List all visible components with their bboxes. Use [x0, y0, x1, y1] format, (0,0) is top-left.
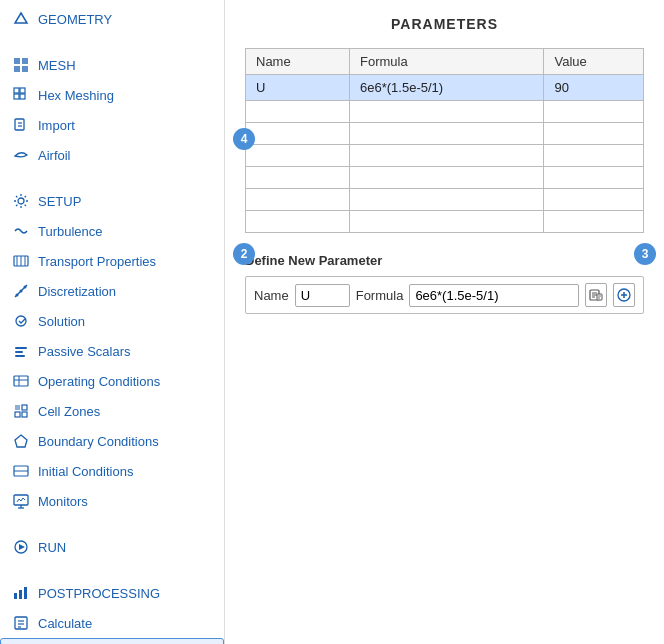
cell-zones-icon: [12, 402, 30, 420]
table-header-row: Name Formula Value: [246, 49, 644, 75]
badge-4: 4: [233, 128, 255, 150]
formula-input[interactable]: [409, 284, 579, 307]
sidebar-item-import[interactable]: Import: [0, 110, 224, 140]
table-empty-row-1: [246, 101, 644, 123]
svg-rect-22: [15, 347, 27, 349]
sidebar-item-initial-conditions[interactable]: Initial Conditions: [0, 456, 224, 486]
col-value: Value: [544, 49, 644, 75]
monitors-icon: [12, 492, 30, 510]
table-empty-row-4: [246, 167, 644, 189]
solution-icon: [12, 312, 30, 330]
initial-conditions-icon: [12, 462, 30, 480]
name-input[interactable]: [295, 284, 350, 307]
sidebar-item-transport-properties[interactable]: Transport Properties: [0, 246, 224, 276]
svg-rect-41: [19, 590, 22, 599]
svg-rect-9: [15, 119, 24, 130]
postprocessing-icon: [12, 584, 30, 602]
parameter-library-button[interactable]: [585, 283, 607, 307]
hex-meshing-icon: [12, 86, 30, 104]
sidebar-item-cell-zones[interactable]: Cell Zones: [0, 396, 224, 426]
import-icon: [12, 116, 30, 134]
define-parameter-row: Name Formula: [245, 276, 644, 314]
sidebar-item-turbulence[interactable]: Turbulence: [0, 216, 224, 246]
svg-rect-3: [14, 66, 20, 72]
svg-rect-1: [14, 58, 20, 64]
discretization-icon: [12, 282, 30, 300]
sidebar-item-passive-scalars[interactable]: Passive Scalars: [0, 336, 224, 366]
svg-rect-28: [15, 405, 20, 410]
sidebar-item-solution[interactable]: Solution: [0, 306, 224, 336]
turbulence-icon: [12, 222, 30, 240]
badge-2: 2: [233, 243, 255, 265]
table-row[interactable]: U 6e6*(1.5e-5/1) 90: [246, 75, 644, 101]
svg-rect-53: [597, 294, 602, 300]
boundary-conditions-icon: [12, 432, 30, 450]
svg-point-21: [16, 316, 26, 326]
geometry-icon: [12, 10, 30, 28]
sidebar-section-mesh: MESH Hex Meshing Import: [0, 46, 224, 174]
svg-rect-29: [22, 405, 27, 410]
row-value: 90: [544, 75, 644, 101]
parameters-table-wrapper: 4 Name Formula Value U 6e6*(1.5e-5/1) 90: [245, 48, 644, 233]
sidebar: GEOMETRY MESH: [0, 0, 225, 644]
svg-point-20: [24, 286, 27, 289]
table-empty-row-5: [246, 189, 644, 211]
add-parameter-button[interactable]: [613, 283, 635, 307]
operating-conditions-icon: [12, 372, 30, 390]
svg-marker-32: [15, 435, 27, 447]
setup-icon: [12, 192, 30, 210]
name-label: Name: [254, 288, 289, 303]
svg-marker-0: [15, 13, 27, 23]
svg-rect-24: [15, 355, 25, 357]
table-empty-row-6: [246, 211, 644, 233]
svg-rect-23: [15, 351, 23, 353]
badge-3: 3: [634, 243, 656, 265]
svg-point-12: [18, 198, 24, 204]
airfoil-icon: [12, 146, 30, 164]
sidebar-item-boundary-conditions[interactable]: Boundary Conditions: [0, 426, 224, 456]
mesh-icon: [12, 56, 30, 74]
formula-label: Formula: [356, 288, 404, 303]
table-empty-row-3: [246, 145, 644, 167]
sidebar-section-postprocessing: POSTPROCESSING Calculate Pa: [0, 574, 224, 644]
svg-marker-39: [19, 544, 25, 550]
svg-point-18: [16, 294, 19, 297]
svg-rect-30: [15, 412, 20, 417]
svg-point-19: [20, 290, 23, 293]
sidebar-section-setup: SETUP Turbulence Transport Properties: [0, 182, 224, 520]
sidebar-item-setup[interactable]: SETUP: [0, 186, 224, 216]
sidebar-item-operating-conditions[interactable]: Operating Conditions: [0, 366, 224, 396]
run-icon: [12, 538, 30, 556]
svg-rect-4: [22, 66, 28, 72]
col-name: Name: [246, 49, 350, 75]
transport-icon: [12, 252, 30, 270]
sidebar-item-parameters[interactable]: Parameters 1: [0, 638, 224, 644]
svg-rect-7: [14, 94, 19, 99]
svg-rect-31: [22, 412, 27, 417]
svg-rect-5: [14, 88, 19, 93]
define-parameter-section: 2 3 Define New Parameter Name Formula: [245, 253, 644, 314]
sidebar-item-airfoil[interactable]: Airfoil: [0, 140, 224, 170]
sidebar-item-geometry[interactable]: GEOMETRY: [0, 4, 224, 34]
row-name: U: [246, 75, 350, 101]
parameters-table: Name Formula Value U 6e6*(1.5e-5/1) 90: [245, 48, 644, 233]
svg-rect-2: [22, 58, 28, 64]
sidebar-item-discretization[interactable]: Discretization: [0, 276, 224, 306]
main-content: PARAMETERS 4 Name Formula Value U 6e6*(1…: [225, 0, 664, 644]
row-formula: 6e6*(1.5e-5/1): [350, 75, 544, 101]
sidebar-item-mesh[interactable]: MESH: [0, 50, 224, 80]
svg-rect-40: [14, 593, 17, 599]
sidebar-item-hex-meshing[interactable]: Hex Meshing: [0, 80, 224, 110]
svg-rect-35: [14, 495, 28, 505]
sidebar-section-geometry: GEOMETRY: [0, 0, 224, 38]
sidebar-item-monitors[interactable]: Monitors: [0, 486, 224, 516]
sidebar-item-calculate[interactable]: Calculate: [0, 608, 224, 638]
svg-rect-6: [20, 88, 25, 93]
sidebar-item-postprocessing[interactable]: POSTPROCESSING: [0, 578, 224, 608]
table-empty-row-2: [246, 123, 644, 145]
svg-rect-42: [24, 587, 27, 599]
sidebar-item-run[interactable]: RUN: [0, 532, 224, 562]
define-new-parameter-title: Define New Parameter: [245, 253, 644, 268]
svg-rect-25: [14, 376, 28, 386]
col-formula: Formula: [350, 49, 544, 75]
